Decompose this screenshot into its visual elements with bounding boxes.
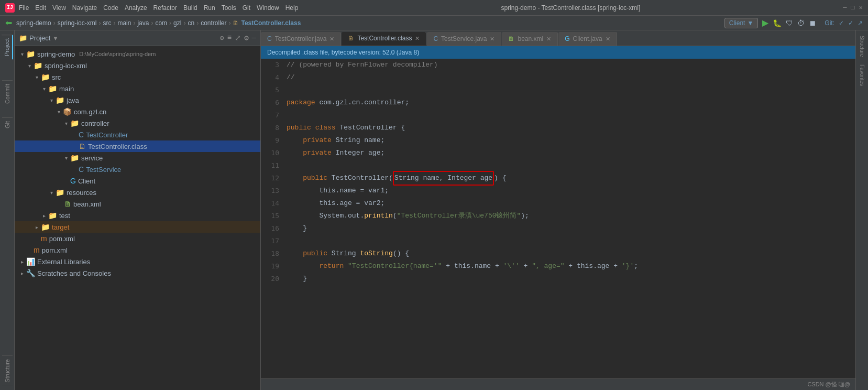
breadcrumb-spring-demo[interactable]: spring-demo <box>16 19 51 27</box>
tree-item-bean-xml[interactable]: 🗎 bean.xml <box>15 198 260 210</box>
tree-item-main[interactable]: ▾ 📁 main <box>15 83 260 94</box>
code-line-7 <box>287 109 855 122</box>
collapse-icon[interactable]: ≡ <box>227 34 232 42</box>
breadcrumb-spring-ioc-xml[interactable]: spring-ioc-xml <box>58 19 97 27</box>
breadcrumb-gzl[interactable]: gzl <box>173 19 181 27</box>
menu-help[interactable]: Help <box>285 4 299 12</box>
tree-item-client[interactable]: G Client <box>15 175 260 187</box>
code-area[interactable]: 3 4 5 6 7 8 9 10 11 12 13 14 15 16 17 18… <box>261 59 855 378</box>
tab-project[interactable]: Project <box>2 35 13 59</box>
menu-run[interactable]: Run <box>204 4 215 12</box>
menu-analyze[interactable]: Analyze <box>125 4 147 12</box>
breadcrumb-src[interactable]: src <box>103 19 111 27</box>
menu-view[interactable]: View <box>52 4 66 12</box>
tab-git[interactable]: Git <box>2 117 13 132</box>
java-icon-testcontroller: C <box>79 131 84 139</box>
stop-button[interactable]: ⏹ <box>809 19 816 27</box>
tree-item-external-libraries[interactable]: ▸ 📊 External Libraries <box>15 256 260 267</box>
tree-item-service[interactable]: ▾ 📁 service <box>15 152 260 164</box>
tab-client-java[interactable]: G Client.java ✕ <box>558 32 617 46</box>
project-header-actions[interactable]: ⊕ ≡ ⤢ ⚙ — <box>219 34 256 42</box>
tab-testservice-java[interactable]: C TestService.java ✕ <box>427 32 501 46</box>
folder-icon-service: 📁 <box>70 154 79 162</box>
tab-close-client-java[interactable]: ✕ <box>606 36 610 42</box>
menu-file[interactable]: File <box>19 4 29 12</box>
menu-window[interactable]: Window <box>257 4 279 12</box>
tree-item-pom-xml-inner[interactable]: m pom.xml <box>15 233 260 244</box>
run-button[interactable]: ▶ <box>762 18 768 28</box>
maximize-icon[interactable]: □ <box>851 4 855 12</box>
tree-item-target[interactable]: ▸ 📁 target <box>15 221 260 233</box>
tree-item-com-gzl-cn[interactable]: ▾ 📦 com.gzl.cn <box>15 106 260 117</box>
tab-testcontroller-java[interactable]: C TestController.java ✕ <box>261 32 341 46</box>
back-nav-icon[interactable]: ⬅ <box>5 18 12 28</box>
tab-bean-xml[interactable]: 🗎 bean.xml ✕ <box>502 32 558 46</box>
breadcrumb-main[interactable]: main <box>117 19 131 27</box>
coverage-button[interactable]: 🛡 <box>786 19 793 27</box>
tree-item-scratches[interactable]: ▸ 🔧 Scratches and Consoles <box>15 267 260 279</box>
tree-item-testcontroller-java[interactable]: C TestController <box>15 129 260 140</box>
code-line-14: this.age = var2; <box>287 197 855 210</box>
tree-item-pom-xml-outer[interactable]: m pom.xml <box>15 244 260 256</box>
code-line-10: private Integer age; <box>287 147 855 159</box>
project-dropdown-icon[interactable]: ▼ <box>52 35 58 41</box>
menu-bar[interactable]: File Edit View Navigate Code Analyze Ref… <box>19 4 298 12</box>
menu-navigate[interactable]: Navigate <box>72 4 97 12</box>
code-line-17 <box>287 235 855 247</box>
breadcrumb-file[interactable]: TestController.class <box>241 19 301 27</box>
code-line-9: private String name; <box>287 134 855 147</box>
tab-close-testcontroller-java[interactable]: ✕ <box>329 36 334 42</box>
tree-item-src[interactable]: ▾ 📁 src <box>15 71 260 83</box>
tree-item-spring-ioc-xml[interactable]: ▾ 📁 spring-ioc-xml <box>15 60 260 71</box>
code-line-15: System.out.println("TestController录滇\ue7… <box>287 210 855 222</box>
tree-item-java[interactable]: ▾ 📁 java <box>15 94 260 106</box>
tab-close-testservice-java[interactable]: ✕ <box>490 36 495 42</box>
menu-edit[interactable]: Edit <box>35 4 46 12</box>
breadcrumb-bar: ⬅ spring-demo › spring-ioc-xml › src › m… <box>0 16 868 30</box>
minimize-panel-icon[interactable]: — <box>252 34 256 42</box>
menu-code[interactable]: Code <box>103 4 118 12</box>
menu-build[interactable]: Build <box>183 4 197 12</box>
tab-close-testcontroller-class[interactable]: ✕ <box>415 35 420 42</box>
menu-refactor[interactable]: Refactor <box>153 4 177 12</box>
tab-testcontroller-class[interactable]: 🗎 TestController.class ✕ <box>342 32 426 46</box>
menu-git[interactable]: Git <box>243 4 250 12</box>
breadcrumb-controller[interactable]: controller <box>201 19 226 27</box>
toolbar-right: Client ▼ ▶ 🐛 🛡 ⏱ ⏹ Git: ✓ ✓ ↗ <box>724 18 863 28</box>
status-bar: CSDN @怪 咖@ <box>261 378 855 390</box>
right-tab-favorites[interactable]: Favorites <box>858 62 866 89</box>
code-line-4: // <box>287 71 855 84</box>
settings-icon[interactable]: ⚙ <box>244 34 248 42</box>
title-bar-right: — □ ✕ <box>843 4 863 12</box>
close-icon[interactable]: ✕ <box>859 4 863 12</box>
tree-item-test[interactable]: ▸ 📁 test <box>15 210 260 221</box>
debug-button[interactable]: 🐛 <box>773 19 782 27</box>
expand-icon[interactable]: ⤢ <box>235 34 241 42</box>
code-line-5 <box>287 84 855 96</box>
tab-structure-bottom[interactable]: Structure <box>2 355 13 386</box>
tree-item-resources[interactable]: ▾ 📁 resources <box>15 187 260 198</box>
breadcrumb-cn[interactable]: cn <box>188 19 194 27</box>
code-content[interactable]: // (powered by FernFlower decompiler) //… <box>284 59 855 378</box>
breadcrumb-java[interactable]: java <box>137 19 149 27</box>
tab-commit[interactable]: Commit <box>2 80 13 107</box>
folder-icon-test: 📁 <box>48 211 57 220</box>
profile-button[interactable]: ⏱ <box>797 19 805 27</box>
menu-tools[interactable]: Tools <box>222 4 236 12</box>
minimize-icon[interactable]: — <box>843 4 847 12</box>
project-panel: 📁 Project ▼ ⊕ ≡ ⤢ ⚙ — ▾ 📁 spring-demo D:… <box>15 30 261 390</box>
code-line-20: } <box>287 273 855 285</box>
tree-item-testcontroller-class[interactable]: 🗎 TestController.class <box>15 140 260 152</box>
locate-icon[interactable]: ⊕ <box>219 34 224 42</box>
tree-item-testservice[interactable]: C TestService <box>15 164 260 175</box>
code-line-6: package com.gzl.cn.controller; <box>287 96 855 109</box>
run-config-dropdown[interactable]: Client ▼ <box>724 18 759 28</box>
breadcrumb-com[interactable]: com <box>155 19 167 27</box>
right-tab-structure[interactable]: Structure <box>858 33 866 60</box>
tab-icon-java-testservice: C <box>433 35 438 42</box>
code-line-12: public TestController(String name, Integ… <box>287 172 855 185</box>
tree-item-controller[interactable]: ▾ 📁 controller <box>15 117 260 129</box>
tab-close-bean-xml[interactable]: ✕ <box>546 36 551 42</box>
class-icon-testcontroller: 🗎 <box>79 142 86 150</box>
tree-item-spring-demo[interactable]: ▾ 📁 spring-demo D:\MyCode\spring\spring-… <box>15 48 260 60</box>
